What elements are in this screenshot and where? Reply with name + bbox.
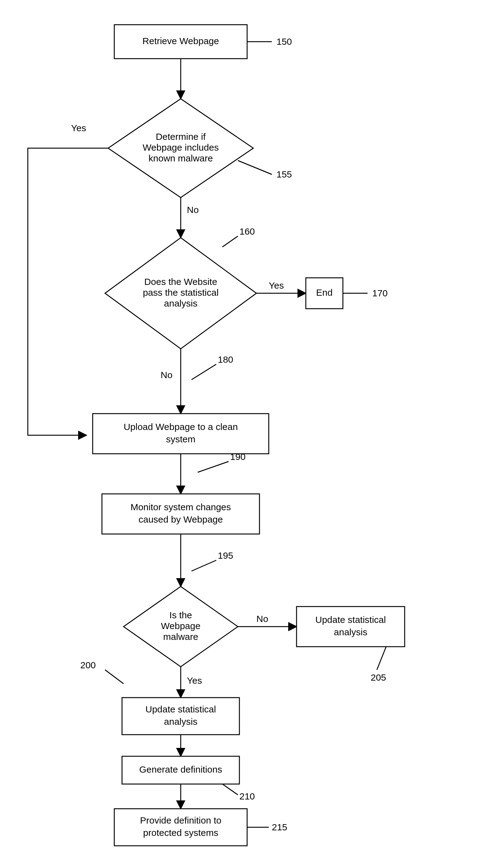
node-stat-analysis-l2: pass the statistical (143, 287, 219, 298)
node-generate-text: Generate definitions (139, 764, 223, 774)
node-is-malware-l3: malware (163, 631, 198, 642)
svg-line-2 (238, 160, 272, 175)
node-retrieve-webpage-text: Retrieve Webpage (142, 36, 219, 46)
ref-205: 205 (371, 672, 386, 682)
node-upload-l1: Upload Webpage to a clean (123, 422, 238, 432)
node-update-200-l2: analysis (164, 716, 197, 726)
node-monitor-l2: caused by Webpage (139, 514, 223, 524)
svg-line-8 (192, 364, 216, 380)
node-update-205-l2: analysis (334, 627, 367, 637)
svg-line-4 (223, 236, 238, 247)
node-is-malware-l2: Webpage (161, 621, 200, 631)
node-known-malware-l2: Webpage includes (143, 142, 219, 153)
ref-190: 190 (230, 452, 246, 462)
edge-160-yes: Yes (269, 280, 284, 290)
node-stat-analysis-l1: Does the Website (144, 277, 217, 287)
node-end-text: End (316, 287, 333, 298)
svg-line-14 (377, 647, 386, 670)
svg-line-16 (105, 670, 123, 684)
edge-160-no: No (161, 370, 172, 380)
node-update-200-l1: Update statistical (145, 704, 216, 714)
node-stat-analysis-l3: analysis (164, 298, 197, 308)
svg-line-10 (198, 462, 229, 472)
ref-215: 215 (272, 822, 287, 832)
node-update-205-l1: Update statistical (315, 615, 386, 625)
edge-195-yes: Yes (187, 675, 202, 686)
svg-line-18 (223, 784, 238, 795)
flowchart: Retrieve Webpage 150 Determine if Webpag… (0, 0, 489, 868)
ref-180: 180 (218, 354, 233, 365)
node-is-malware-l1: Is the (169, 610, 192, 620)
node-provide-l2: protected systems (143, 828, 218, 838)
edge-195-no: No (256, 614, 268, 624)
ref-155: 155 (277, 169, 292, 179)
edge-155-yes: Yes (71, 123, 86, 133)
node-known-malware-l1: Determine if (156, 131, 206, 142)
ref-150: 150 (277, 36, 292, 46)
ref-210: 210 (239, 791, 255, 801)
node-known-malware-l3: known malware (149, 153, 213, 163)
ref-200: 200 (80, 660, 96, 670)
svg-line-12 (192, 560, 216, 571)
edge-155-no: No (187, 205, 199, 215)
node-monitor-l1: Monitor system changes (131, 502, 231, 512)
node-upload-l2: system (166, 434, 195, 444)
ref-195: 195 (218, 550, 233, 561)
node-provide-l1: Provide definition to (140, 815, 222, 826)
ref-160: 160 (239, 226, 255, 237)
ref-170: 170 (372, 288, 388, 298)
